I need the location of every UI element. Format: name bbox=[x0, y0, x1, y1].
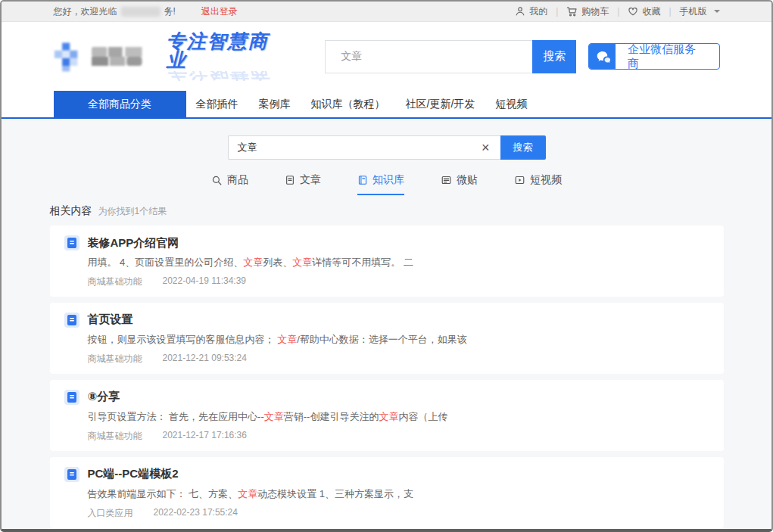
wecom-chat-icon bbox=[589, 43, 616, 70]
result-card: PC端--PC端模板2告效果前端显示如下： 七、方案、文章动态模块设置 1、三种… bbox=[50, 457, 724, 528]
content-search-row: 文章 × 搜索 bbox=[2, 135, 771, 160]
heart-icon bbox=[628, 6, 638, 17]
topbar-link-label: 我的 bbox=[529, 5, 547, 18]
nav-item-community-update-dev[interactable]: 社区/更新/开发 bbox=[406, 98, 475, 111]
browser-window: 您好，欢迎光临 务! 退出登录 我的|购物车|收藏|手机版 bbox=[0, 0, 773, 532]
tab-short-videos[interactable]: 短视频 bbox=[514, 173, 562, 195]
main-content: 文章 × 搜索 商品文章知识库微贴短视频 相关内容 为你找到1个结果 装修APP… bbox=[2, 119, 771, 529]
description-text: 详情等可不用填写。 二 bbox=[312, 257, 413, 268]
results-title: 相关内容 bbox=[50, 204, 92, 218]
tab-label: 微贴 bbox=[457, 173, 478, 187]
description-text: 用填。 4、页面设置里的公司介绍、 bbox=[88, 257, 244, 268]
nav-item-all-plugins[interactable]: 全部插件 bbox=[196, 98, 238, 111]
tab-label: 短视频 bbox=[530, 173, 562, 187]
wecom-service-button[interactable]: 企业微信服务商 bbox=[588, 43, 719, 70]
topbar-link-label: 手机版 bbox=[680, 5, 707, 18]
description-text: /帮助中心数据：选择一个平台，如果该 bbox=[297, 334, 467, 345]
result-meta: 商城基础功能2021-12-21 09:53:24 bbox=[88, 353, 704, 366]
result-card: 首页设置按钮，则显示该设置填写的客服信息内容； 文章/帮助中心数据：选择一个平台… bbox=[50, 303, 724, 374]
search-icon bbox=[211, 175, 223, 186]
divider: | bbox=[617, 6, 619, 17]
result-title[interactable]: 首页设置 bbox=[88, 313, 133, 327]
document-icon bbox=[64, 390, 79, 405]
result-category: 商城基础功能 bbox=[88, 430, 142, 443]
video-icon bbox=[514, 175, 525, 185]
description-text: 引导页设置方法： 首先，先在应用中心-- bbox=[88, 411, 264, 422]
nav-item-knowledge-tutorials[interactable]: 知识库（教程） bbox=[311, 98, 385, 111]
logout-link[interactable]: 退出登录 bbox=[201, 5, 238, 18]
all-categories-button[interactable]: 全部商品分类 bbox=[54, 91, 186, 117]
description-text: 动态模块设置 1、三种方案显示，支 bbox=[257, 488, 413, 499]
topbar-link-cart[interactable]: 购物车 bbox=[566, 5, 609, 18]
header-search-input[interactable]: 文章 bbox=[325, 40, 532, 73]
document-icon bbox=[64, 313, 79, 328]
result-description: 用填。 4、页面设置里的公司介绍、文章列表、文章详情等可不用填写。 二 bbox=[88, 257, 704, 269]
topbar-link-label: 购物车 bbox=[581, 5, 609, 18]
tab-micro-posts[interactable]: 微贴 bbox=[441, 173, 478, 195]
person-icon bbox=[515, 6, 525, 17]
highlighted-keyword: 文章 bbox=[243, 257, 263, 268]
highlighted-keyword: 文章 bbox=[264, 411, 284, 422]
clear-search-icon[interactable]: × bbox=[480, 141, 491, 154]
doc-icon bbox=[285, 175, 295, 185]
result-description: 按钮，则显示该设置填写的客服信息内容； 文章/帮助中心数据：选择一个平台，如果该 bbox=[88, 334, 704, 347]
results-header: 相关内容 为你找到1个结果 bbox=[50, 204, 724, 218]
topbar-link-my-account[interactable]: 我的 bbox=[515, 5, 547, 18]
result-meta: 商城基础功能2022-04-19 11:34:39 bbox=[88, 275, 704, 288]
document-icon bbox=[64, 235, 79, 250]
topbar-link-label: 收藏 bbox=[642, 5, 660, 18]
header-search-button[interactable]: 搜索 bbox=[532, 40, 576, 73]
result-title[interactable]: PC端--PC端模板2 bbox=[88, 467, 179, 481]
description-text: 内容（上传 bbox=[398, 411, 447, 422]
tab-products[interactable]: 商品 bbox=[211, 173, 248, 195]
result-category: 入口类应用 bbox=[88, 507, 133, 520]
topbar: 您好，欢迎光临 务! 退出登录 我的|购物车|收藏|手机版 bbox=[2, 2, 771, 22]
result-title[interactable]: 装修APP介绍官网 bbox=[88, 236, 179, 250]
result-meta: 入口类应用2022-02-23 17:55:24 bbox=[88, 507, 704, 520]
results-count: 为你找到1个结果 bbox=[98, 205, 167, 218]
welcome-prefix: 您好，欢迎光临 bbox=[54, 5, 117, 18]
main-nav: 全部商品分类 全部插件案例库知识库（教程）社区/更新/开发短视频 bbox=[2, 91, 771, 119]
topbar-link-mobile-version[interactable]: 手机版 bbox=[680, 5, 720, 18]
site-header: 专注智慧商业 专注智慧商业 文章 搜索 企业微信服务商 bbox=[2, 22, 771, 91]
list-icon bbox=[441, 175, 452, 185]
description-text: 按钮，则显示该设置填写的客服信息内容； bbox=[88, 334, 278, 345]
topbar-links: 我的|购物车|收藏|手机版 bbox=[515, 5, 719, 18]
result-card-header: ⑧分享 bbox=[64, 390, 704, 405]
document-icon bbox=[64, 467, 79, 482]
nav-links: 全部插件案例库知识库（教程）社区/更新/开发短视频 bbox=[196, 91, 528, 117]
logo-text-blur bbox=[92, 42, 159, 72]
tab-label: 知识库 bbox=[372, 173, 404, 187]
highlighted-keyword: 文章 bbox=[292, 257, 312, 268]
cart-icon bbox=[566, 6, 578, 17]
chevron-down-icon bbox=[714, 10, 720, 16]
site-logo[interactable]: 专注智慧商业 专注智慧商业 bbox=[54, 32, 280, 81]
search-input[interactable]: 文章 × bbox=[228, 135, 500, 160]
result-card: ⑧分享引导页设置方法： 首先，先在应用中心--文章营销--创建引导关注的文章内容… bbox=[50, 380, 724, 451]
divider: | bbox=[669, 6, 671, 17]
header-search: 文章 搜索 bbox=[325, 40, 576, 73]
logo-mark-icon bbox=[54, 40, 85, 73]
wecom-button-label: 企业微信服务商 bbox=[616, 43, 718, 70]
tab-label: 文章 bbox=[300, 173, 321, 187]
result-timestamp: 2022-04-19 11:34:39 bbox=[163, 275, 247, 288]
nav-item-case-library[interactable]: 案例库 bbox=[259, 98, 291, 111]
tab-label: 商品 bbox=[227, 173, 248, 187]
header-search-value: 文章 bbox=[341, 50, 362, 64]
nav-item-short-video[interactable]: 短视频 bbox=[495, 98, 527, 111]
tab-articles[interactable]: 文章 bbox=[285, 173, 321, 195]
result-card-header: 首页设置 bbox=[64, 313, 704, 328]
blurred-username bbox=[121, 7, 161, 17]
search-button[interactable]: 搜索 bbox=[500, 135, 546, 160]
search-tabs: 商品文章知识库微贴短视频 bbox=[2, 173, 771, 195]
result-description: 告效果前端显示如下： 七、方案、文章动态模块设置 1、三种方案显示，支 bbox=[88, 488, 704, 501]
logo-slogan-reflection: 专注智慧商业 bbox=[167, 71, 280, 81]
highlighted-keyword: 文章 bbox=[277, 334, 297, 345]
result-title[interactable]: ⑧分享 bbox=[88, 390, 120, 404]
result-timestamp: 2021-12-17 17:16:36 bbox=[163, 430, 247, 443]
result-timestamp: 2022-02-23 17:55:24 bbox=[154, 507, 238, 520]
logo-slogan: 专注智慧商业 bbox=[167, 32, 280, 70]
topbar-link-favorites[interactable]: 收藏 bbox=[628, 5, 660, 18]
result-meta: 商城基础功能2021-12-17 17:16:36 bbox=[88, 430, 704, 443]
tab-knowledge-base[interactable]: 知识库 bbox=[357, 173, 404, 195]
